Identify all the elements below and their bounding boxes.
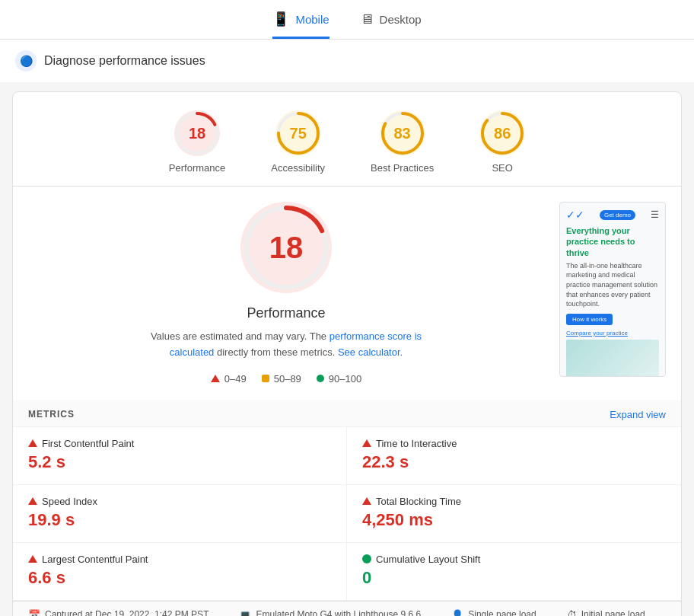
metric-lcp-value: 6.6 s — [28, 568, 331, 588]
mobile-icon: 📱 — [272, 11, 289, 27]
metric-lcp-status-icon — [28, 555, 37, 563]
metric-fcp-value: 5.2 s — [28, 452, 331, 472]
tab-desktop[interactable]: 🖥 Desktop — [360, 11, 422, 39]
laptop-icon: 💻 — [239, 609, 251, 616]
score-accessibility: 75 Accessibility — [271, 110, 325, 174]
big-score-circle: 18 — [240, 202, 332, 293]
metrics-grid: First Contentful Paint 5.2 s Time to Int… — [13, 426, 681, 601]
legend-orange-icon — [262, 375, 269, 382]
score-circle-seo: 86 — [479, 110, 525, 156]
metric-fcp: First Contentful Paint 5.2 s — [13, 427, 347, 485]
metric-tti: Time to Interactive 22.3 s — [347, 427, 681, 485]
timer-icon: ⏱ — [567, 609, 577, 616]
score-best-practices: 83 Best Practices — [371, 110, 434, 174]
score-seo: 86 SEO — [479, 110, 525, 174]
score-circle-best-practices: 83 — [380, 110, 425, 156]
metric-si-status-icon — [28, 497, 37, 505]
metric-tbt-status-icon — [362, 497, 371, 505]
footer-emulated: 💻 Emulated Moto G4 with Lighthouse 9.6.6 — [239, 609, 421, 616]
metric-fcp-status-icon — [28, 439, 37, 447]
score-circle-accessibility: 75 — [275, 110, 321, 156]
performance-description: Values are estimated and may vary. The p… — [149, 329, 423, 361]
ad-header: ✓✓ Get demo ☰ — [566, 209, 659, 221]
metric-cls-value: 0 — [362, 568, 666, 588]
metric-tti-value: 22.3 s — [362, 452, 666, 472]
page-icon: 🔵 — [15, 50, 37, 72]
legend-green-icon — [317, 375, 324, 382]
metric-cls: Cumulative Layout Shift 0 — [347, 543, 681, 601]
footer-initial-load: ⏱ Initial page load — [567, 609, 645, 616]
perf-left: 18 Performance Values are estimated and … — [28, 202, 559, 385]
main-card: 18 Performance 75 Accessibility 83 Best … — [12, 91, 682, 616]
tab-bar: 📱 Mobile 🖥 Desktop — [0, 0, 694, 40]
ad-compare-link[interactable]: Compare your practice — [566, 330, 628, 337]
ad-headline: Everything your practice needs to thrive — [566, 225, 659, 258]
page-title: Diagnose performance issues — [44, 54, 205, 68]
page-title-row: 🔵 Diagnose performance issues — [0, 40, 694, 82]
footer-captured: 📅 Captured at Dec 19, 2022, 1:42 PM PST — [28, 609, 209, 616]
ad-how-it-works-button[interactable]: How it works — [566, 314, 613, 325]
user-icon: 👤 — [451, 609, 463, 616]
legend-red-icon — [211, 375, 220, 382]
ad-preview: ✓✓ Get demo ☰ Everything your practice n… — [559, 202, 666, 377]
metric-cls-status-icon — [362, 554, 371, 563]
ad-menu-icon: ☰ — [651, 209, 659, 220]
legend-green: 90–100 — [317, 373, 361, 385]
scores-row: 18 Performance 75 Accessibility 83 Best … — [13, 92, 681, 187]
desktop-icon: 🖥 — [360, 11, 374, 27]
expand-view-button[interactable]: Expand view — [610, 409, 666, 420]
metric-si-value: 19.9 s — [28, 510, 331, 530]
metrics-label: METRICS — [28, 409, 75, 420]
score-circle-performance: 18 — [174, 110, 220, 156]
performance-section: 18 Performance Values are estimated and … — [13, 187, 681, 400]
calculator-link[interactable]: See calculator. — [338, 346, 403, 358]
legend-red: 0–49 — [211, 373, 247, 385]
ad-get-demo-button[interactable]: Get demo — [600, 210, 635, 220]
metric-lcp: Largest Contentful Paint 6.6 s — [13, 543, 347, 601]
score-performance: 18 Performance — [169, 110, 225, 174]
footer-bar: 📅 Captured at Dec 19, 2022, 1:42 PM PST … — [13, 601, 681, 616]
metric-tti-status-icon — [362, 439, 371, 447]
footer-single-page: 👤 Single page load — [451, 609, 536, 616]
legend-orange: 50–89 — [262, 373, 301, 385]
metrics-header: METRICS Expand view — [13, 400, 681, 426]
tab-mobile[interactable]: 📱 Mobile — [272, 11, 329, 39]
ad-logo-icon: ✓✓ — [566, 209, 584, 221]
calendar-icon: 📅 — [28, 609, 40, 616]
ad-image — [566, 340, 659, 377]
ad-section: ✓✓ Get demo ☰ Everything your practice n… — [559, 202, 666, 385]
ad-body: The all-in-one healthcare marketing and … — [566, 261, 659, 309]
performance-title: Performance — [247, 305, 325, 321]
metric-tbt: Total Blocking Time 4,250 ms — [347, 485, 681, 543]
legend-row: 0–49 50–89 90–100 — [211, 373, 361, 385]
metric-si: Speed Index 19.9 s — [13, 485, 347, 543]
metric-tbt-value: 4,250 ms — [362, 510, 666, 530]
